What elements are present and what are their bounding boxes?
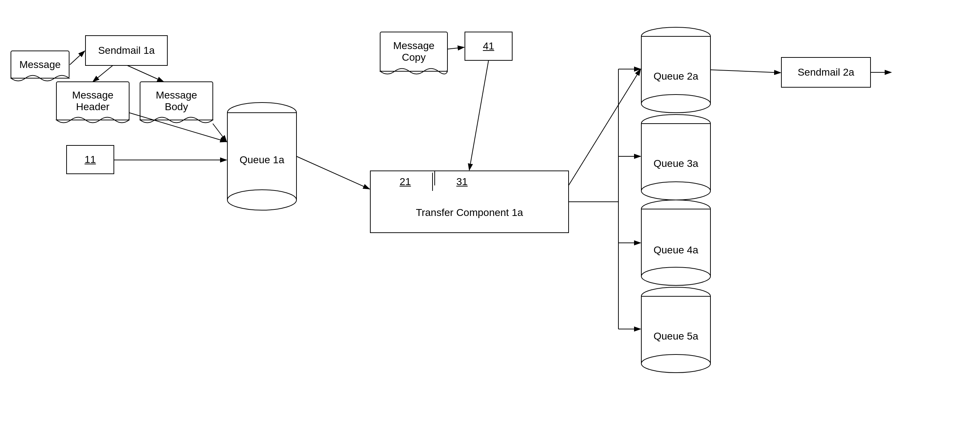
message-header-label: MessageHeader [56, 82, 129, 120]
svg-line-46 [569, 69, 641, 186]
node-11-label: 11 [67, 145, 114, 174]
svg-point-8 [228, 103, 296, 123]
svg-point-16 [641, 27, 710, 45]
svg-line-44 [447, 47, 464, 49]
queue4a-label: Queue 4a [641, 232, 710, 268]
svg-rect-32 [641, 296, 710, 364]
svg-rect-7 [67, 145, 114, 174]
svg-rect-14 [370, 171, 569, 233]
svg-rect-27 [641, 209, 710, 276]
svg-rect-22 [641, 124, 710, 191]
svg-line-43 [296, 156, 369, 189]
svg-rect-13 [465, 32, 512, 60]
sendmail2a-label: Sendmail 2a [781, 57, 870, 87]
node-31-label: 31 [435, 173, 489, 191]
svg-line-40 [129, 113, 227, 142]
svg-rect-2 [11, 51, 69, 78]
queue2a-label: Queue 2a [641, 58, 710, 95]
transfer-component-label: Transfer Component 1a [370, 193, 569, 233]
svg-rect-6 [86, 36, 167, 65]
svg-rect-17 [641, 37, 710, 103]
svg-line-39 [127, 65, 164, 82]
svg-point-18 [641, 95, 710, 113]
svg-point-10 [228, 190, 296, 210]
svg-line-45 [469, 60, 488, 170]
svg-rect-4 [140, 82, 213, 120]
svg-point-33 [641, 354, 710, 373]
queue5a-label: Queue 5a [641, 318, 710, 354]
svg-rect-5 [380, 32, 447, 71]
svg-point-26 [641, 200, 710, 218]
svg-line-38 [93, 65, 113, 82]
node-41-label: 41 [465, 32, 512, 60]
diagram: Message Sendmail 1a MessageHeader Messag… [0, 0, 980, 445]
svg-line-53 [710, 70, 781, 73]
svg-rect-3 [56, 82, 129, 120]
svg-line-41 [213, 124, 227, 142]
svg-point-21 [641, 114, 710, 133]
svg-point-23 [641, 182, 710, 200]
sendmail1a-label: Sendmail 1a [86, 36, 167, 65]
message-copy-label: MessageCopy [380, 32, 447, 71]
queue1a-label: Queue 1a [228, 138, 296, 182]
svg-rect-9 [228, 113, 296, 200]
svg-point-28 [641, 267, 710, 285]
node-21-label: 21 [378, 173, 433, 191]
svg-point-31 [641, 287, 710, 305]
message-label: Message [11, 51, 69, 78]
svg-line-37 [70, 51, 85, 65]
message-body-label: MessageBody [140, 82, 213, 120]
queue3a-label: Queue 3a [641, 145, 710, 182]
svg-rect-36 [781, 57, 870, 87]
